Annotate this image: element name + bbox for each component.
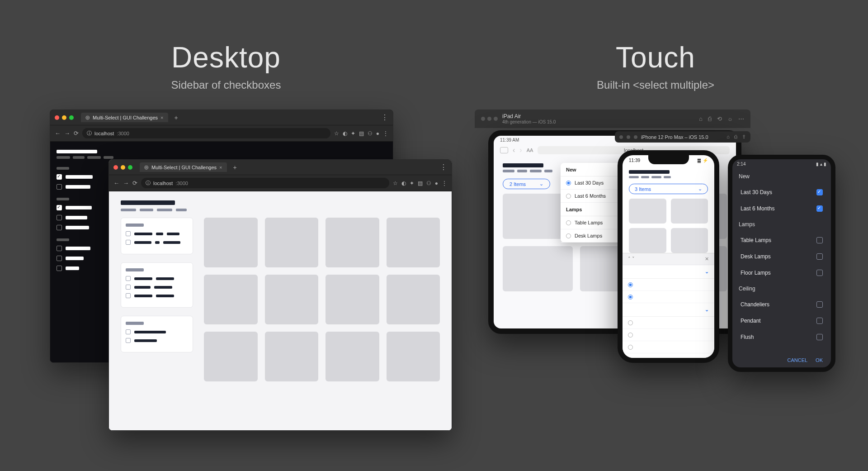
home-icon[interactable]: ⌂ <box>726 134 730 140</box>
more-icon[interactable]: ⋯ <box>738 115 744 122</box>
screenshot-icon[interactable]: ⎙ <box>708 115 712 122</box>
checkbox-icon[interactable] <box>816 237 823 243</box>
screenshot-icon[interactable]: ⎙ <box>734 134 737 140</box>
aa-icon[interactable]: AA <box>527 147 533 153</box>
devtools-icon[interactable]: ▤ <box>359 130 364 137</box>
ok-button[interactable]: OK <box>816 357 823 363</box>
checkbox-icon[interactable] <box>816 205 823 212</box>
product-card[interactable] <box>387 275 440 324</box>
new-tab-button[interactable]: + <box>175 114 178 121</box>
checkbox-option[interactable] <box>126 231 188 236</box>
select-option[interactable]: Pendant <box>732 313 831 329</box>
back-icon[interactable]: ← <box>113 180 119 186</box>
checkbox-icon[interactable] <box>816 189 823 195</box>
product-card[interactable] <box>629 199 666 224</box>
a11y-icon[interactable]: ⚇ <box>368 130 373 137</box>
sidebar-icon[interactable] <box>500 147 508 153</box>
tab-close-icon[interactable]: × <box>219 165 222 170</box>
checkbox-option[interactable] <box>126 338 188 343</box>
product-card[interactable] <box>629 228 666 253</box>
mic-icon[interactable]: ● <box>376 130 379 137</box>
product-card[interactable] <box>387 332 440 381</box>
reload-icon[interactable]: ⟳ <box>74 130 79 137</box>
select-option[interactable]: Last 30 Days <box>732 184 831 200</box>
optgroup-header[interactable]: Lamps⌄ <box>623 303 714 317</box>
select-option[interactable]: Table Lamps <box>732 232 831 248</box>
traffic-close[interactable] <box>55 115 59 120</box>
checkbox-option[interactable] <box>126 293 188 298</box>
address-bar[interactable]: ⓘ localhost:3000 <box>141 178 389 188</box>
android-select-dialog[interactable]: New Last 30 Days Last 6 Months Lamps Tab… <box>732 169 831 353</box>
checkbox-option[interactable] <box>126 276 188 281</box>
product-card[interactable] <box>671 199 708 224</box>
select-option[interactable]: Chandeliers <box>732 296 831 313</box>
checkbox-icon[interactable] <box>816 253 823 260</box>
extensions-icon[interactable]: ✦ <box>410 180 414 186</box>
share-icon[interactable]: ⇪ <box>742 134 746 140</box>
select-option[interactable]: Table Lamps <box>623 317 714 329</box>
dismiss-icon[interactable]: ✕ <box>705 256 709 262</box>
filter-chip[interactable]: 2 Items ⌄ <box>503 179 550 189</box>
browser-tab[interactable]: ◎ Multi-Select | GUI Challenges × <box>81 113 168 122</box>
optgroup-header[interactable]: New⌄ <box>623 265 714 279</box>
checkbox-option[interactable] <box>126 240 188 245</box>
mic-icon[interactable]: ● <box>435 180 438 186</box>
traffic-zoom[interactable] <box>128 165 132 170</box>
product-card[interactable] <box>326 332 379 381</box>
product-card[interactable] <box>204 218 258 267</box>
product-card[interactable] <box>204 275 258 324</box>
select-option[interactable]: Floor Lamps <box>623 341 714 353</box>
checkbox-icon[interactable] <box>816 270 823 276</box>
back-icon[interactable]: ‹ <box>513 146 515 154</box>
optgroup-header[interactable]: Ceiling› <box>623 353 714 358</box>
window-menu-icon[interactable]: ⋮ <box>381 113 388 122</box>
site-info-icon[interactable]: ⓘ <box>87 130 92 137</box>
product-card[interactable] <box>265 332 319 381</box>
product-card[interactable] <box>326 275 379 324</box>
checkbox-icon[interactable] <box>816 301 823 308</box>
star-icon[interactable]: ☆ <box>393 180 398 186</box>
product-card[interactable] <box>503 246 573 291</box>
extensions-icon[interactable]: ✦ <box>351 130 355 137</box>
site-info-icon[interactable]: ⓘ <box>146 180 151 186</box>
traffic-zoom[interactable] <box>69 115 74 120</box>
window-menu-icon[interactable]: ⋮ <box>440 163 447 171</box>
product-card[interactable] <box>671 228 708 253</box>
new-tab-button[interactable]: + <box>233 164 237 171</box>
menu-icon[interactable]: ⋮ <box>442 180 447 186</box>
traffic-minimize[interactable] <box>62 115 66 120</box>
select-option[interactable]: Floor Lamps <box>732 265 831 281</box>
select-option[interactable]: Desk Lamps <box>623 329 714 341</box>
forward-icon[interactable]: → <box>64 130 70 137</box>
devtools-icon[interactable]: ▤ <box>418 180 423 186</box>
select-option[interactable]: Desk Lamps <box>732 248 831 265</box>
traffic-minimize[interactable] <box>121 165 125 170</box>
tab-close-icon[interactable]: × <box>160 115 163 120</box>
forward-icon[interactable]: → <box>123 180 129 186</box>
product-card[interactable] <box>387 218 440 267</box>
product-card[interactable] <box>265 218 319 267</box>
checkbox-option[interactable] <box>126 329 188 334</box>
back-icon[interactable]: ← <box>55 130 61 137</box>
product-card[interactable] <box>265 275 319 324</box>
home-icon[interactable]: ⌂ <box>699 115 703 122</box>
product-card[interactable] <box>204 332 258 381</box>
product-card[interactable] <box>326 218 379 267</box>
prev-next-icon[interactable]: ˄ ˅ <box>628 256 635 262</box>
star-icon[interactable]: ☆ <box>334 130 339 137</box>
checkbox-option[interactable] <box>126 285 188 290</box>
half-icon[interactable]: ◐ <box>401 180 406 186</box>
select-option[interactable]: Last 30 Days <box>623 279 714 291</box>
reload-icon[interactable]: ⟳ <box>132 180 137 186</box>
half-icon[interactable]: ◐ <box>343 130 347 137</box>
browser-tab[interactable]: ◎ Multi-Select | GUI Challenges × <box>140 162 227 172</box>
checkbox-icon[interactable] <box>816 318 823 324</box>
checkbox-icon[interactable] <box>816 334 823 340</box>
menu-icon[interactable]: ⋮ <box>383 130 388 137</box>
address-bar[interactable]: ⓘ localhost:3000 <box>82 128 330 138</box>
rotate-icon[interactable]: ⟲ <box>717 115 722 122</box>
appearance-icon[interactable]: ☼ <box>727 115 733 122</box>
traffic-close[interactable] <box>113 165 118 170</box>
a11y-icon[interactable]: ⚇ <box>426 180 431 186</box>
cancel-button[interactable]: CANCEL <box>787 357 807 363</box>
